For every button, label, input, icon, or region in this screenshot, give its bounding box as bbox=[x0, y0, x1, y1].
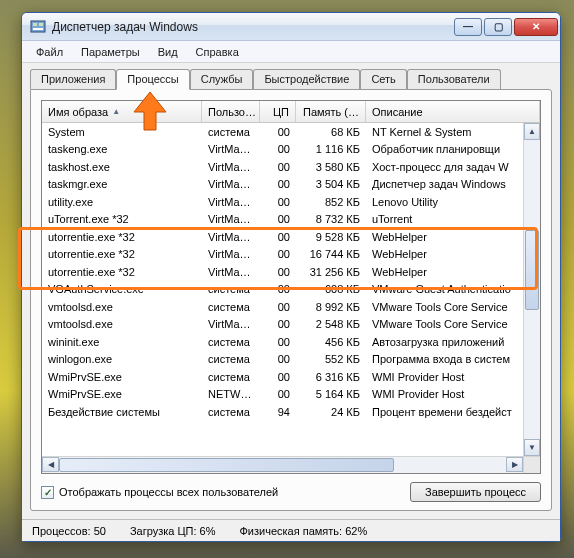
cell-mem: 3 504 КБ bbox=[296, 178, 366, 190]
scroll-down-icon[interactable]: ▼ bbox=[524, 439, 540, 456]
cell-user: VirtMac… bbox=[202, 318, 260, 330]
cell-user: VirtMac… bbox=[202, 213, 260, 225]
scroll-thumb[interactable] bbox=[525, 230, 539, 310]
menu-options[interactable]: Параметры bbox=[73, 44, 148, 60]
cell-desc: Процент времени бездейст bbox=[366, 406, 540, 418]
menu-help[interactable]: Справка bbox=[188, 44, 247, 60]
cell-mem: 608 КБ bbox=[296, 283, 366, 295]
table-row[interactable]: Systemсистема0068 КБNT Kernel & System bbox=[42, 123, 540, 141]
table-row[interactable]: Бездействие системысистема9424 КБПроцент… bbox=[42, 403, 540, 421]
cell-mem: 24 КБ bbox=[296, 406, 366, 418]
cell-name: VGAuthService.exe bbox=[42, 283, 202, 295]
cell-cpu: 94 bbox=[260, 406, 296, 418]
table-row[interactable]: vmtoolsd.exeсистема008 992 КБVMware Tool… bbox=[42, 298, 540, 316]
cell-name: vmtoolsd.exe bbox=[42, 301, 202, 313]
maximize-button[interactable]: ▢ bbox=[484, 18, 512, 36]
col-cpu[interactable]: ЦП bbox=[260, 101, 296, 122]
horizontal-scrollbar[interactable]: ◀ ▶ bbox=[42, 456, 540, 473]
tab-applications[interactable]: Приложения bbox=[30, 69, 116, 89]
table-header: Имя образа ▲ Пользо… ЦП Память (… Описан… bbox=[42, 101, 540, 123]
vertical-scrollbar[interactable]: ▲ ▼ bbox=[523, 123, 540, 456]
tab-performance[interactable]: Быстродействие bbox=[253, 69, 360, 89]
cell-user: VirtMac… bbox=[202, 178, 260, 190]
scroll-right-icon[interactable]: ▶ bbox=[506, 457, 523, 472]
checkbox-icon[interactable]: ✓ bbox=[41, 486, 54, 499]
minimize-button[interactable]: — bbox=[454, 18, 482, 36]
table-row[interactable]: utorrentie.exe *32VirtMac…0016 744 КБWeb… bbox=[42, 246, 540, 264]
cell-user: система bbox=[202, 371, 260, 383]
cell-user: VirtMac… bbox=[202, 248, 260, 260]
cell-user: система bbox=[202, 353, 260, 365]
cell-mem: 1 116 КБ bbox=[296, 143, 366, 155]
scroll-thumb-h[interactable] bbox=[59, 458, 394, 472]
table-row[interactable]: taskmgr.exeVirtMac…003 504 КБДиспетчер з… bbox=[42, 176, 540, 194]
cell-desc: WebHelper bbox=[366, 266, 540, 278]
status-cpu: Загрузка ЦП: 6% bbox=[130, 525, 216, 537]
table-row[interactable]: winlogon.exeсистема00552 КБПрограмма вхо… bbox=[42, 351, 540, 369]
cell-name: utorrentie.exe *32 bbox=[42, 231, 202, 243]
scroll-left-icon[interactable]: ◀ bbox=[42, 457, 59, 472]
menu-file[interactable]: Файл bbox=[28, 44, 71, 60]
cell-mem: 2 548 КБ bbox=[296, 318, 366, 330]
table-row[interactable]: wininit.exeсистема00456 КБАвтозагрузка п… bbox=[42, 333, 540, 351]
status-processes: Процессов: 50 bbox=[32, 525, 106, 537]
menubar: Файл Параметры Вид Справка bbox=[22, 41, 560, 63]
cell-user: система bbox=[202, 301, 260, 313]
cell-desc: WebHelper bbox=[366, 248, 540, 260]
cell-cpu: 00 bbox=[260, 371, 296, 383]
tab-network[interactable]: Сеть bbox=[360, 69, 406, 89]
table-row[interactable]: utility.exeVirtMac…00852 КБLenovo Utilit… bbox=[42, 193, 540, 211]
tab-users[interactable]: Пользователи bbox=[407, 69, 501, 89]
cell-name: uTorrent.exe *32 bbox=[42, 213, 202, 225]
cell-cpu: 00 bbox=[260, 336, 296, 348]
tab-processes[interactable]: Процессы bbox=[116, 69, 189, 90]
cell-cpu: 00 bbox=[260, 266, 296, 278]
titlebar[interactable]: Диспетчер задач Windows — ▢ ✕ bbox=[22, 13, 560, 41]
cell-user: VirtMac… bbox=[202, 266, 260, 278]
svg-rect-3 bbox=[33, 28, 43, 30]
cell-desc: VMware Guest Authenticatio bbox=[366, 283, 540, 295]
cell-desc: WebHelper bbox=[366, 231, 540, 243]
cell-user: VirtMac… bbox=[202, 143, 260, 155]
cell-mem: 8 992 КБ bbox=[296, 301, 366, 313]
end-process-button[interactable]: Завершить процесс bbox=[410, 482, 541, 502]
table-row[interactable]: WmiPrvSE.exeсистема006 316 КБWMI Provide… bbox=[42, 368, 540, 386]
cell-desc: uTorrent bbox=[366, 213, 540, 225]
cell-name: utorrentie.exe *32 bbox=[42, 266, 202, 278]
scroll-up-icon[interactable]: ▲ bbox=[524, 123, 540, 140]
cell-cpu: 00 bbox=[260, 126, 296, 138]
app-icon bbox=[30, 19, 46, 35]
cell-cpu: 00 bbox=[260, 178, 296, 190]
table-row[interactable]: taskeng.exeVirtMac…001 116 КБОбработчик … bbox=[42, 141, 540, 159]
cell-mem: 6 316 КБ bbox=[296, 371, 366, 383]
show-all-users-checkbox[interactable]: ✓ Отображать процессы всех пользователей bbox=[41, 486, 278, 499]
col-image-name[interactable]: Имя образа ▲ bbox=[42, 101, 202, 122]
col-memory[interactable]: Память (… bbox=[296, 101, 366, 122]
cell-name: System bbox=[42, 126, 202, 138]
cell-desc: Автозагрузка приложений bbox=[366, 336, 540, 348]
cell-mem: 852 КБ bbox=[296, 196, 366, 208]
table-row[interactable]: utorrentie.exe *32VirtMac…0031 256 КБWeb… bbox=[42, 263, 540, 281]
svg-rect-2 bbox=[39, 23, 43, 26]
table-row[interactable]: vmtoolsd.exeVirtMac…002 548 КБVMware Too… bbox=[42, 316, 540, 334]
close-button[interactable]: ✕ bbox=[514, 18, 558, 36]
cell-name: utility.exe bbox=[42, 196, 202, 208]
table-row[interactable]: uTorrent.exe *32VirtMac…008 732 КБuTorre… bbox=[42, 211, 540, 229]
table-row[interactable]: taskhost.exeVirtMac…003 580 КБХост-проце… bbox=[42, 158, 540, 176]
cell-desc: WMI Provider Host bbox=[366, 388, 540, 400]
tab-services[interactable]: Службы bbox=[190, 69, 254, 89]
col-user[interactable]: Пользо… bbox=[202, 101, 260, 122]
table-row[interactable]: WmiPrvSE.exeNETWO…005 164 КБWMI Provider… bbox=[42, 386, 540, 404]
cell-user: система bbox=[202, 336, 260, 348]
cell-user: VirtMac… bbox=[202, 231, 260, 243]
cell-mem: 552 КБ bbox=[296, 353, 366, 365]
process-table: Имя образа ▲ Пользо… ЦП Память (… Описан… bbox=[41, 100, 541, 474]
col-description[interactable]: Описание bbox=[366, 101, 540, 122]
svg-rect-1 bbox=[33, 23, 37, 26]
table-body: Systemсистема0068 КБNT Kernel & Systemta… bbox=[42, 123, 540, 456]
cell-desc: Хост-процесс для задач W bbox=[366, 161, 540, 173]
processes-panel: Имя образа ▲ Пользо… ЦП Память (… Описан… bbox=[30, 89, 552, 511]
table-row[interactable]: utorrentie.exe *32VirtMac…009 528 КБWebH… bbox=[42, 228, 540, 246]
table-row[interactable]: VGAuthService.exeсистема00608 КБVMware G… bbox=[42, 281, 540, 299]
menu-view[interactable]: Вид bbox=[150, 44, 186, 60]
